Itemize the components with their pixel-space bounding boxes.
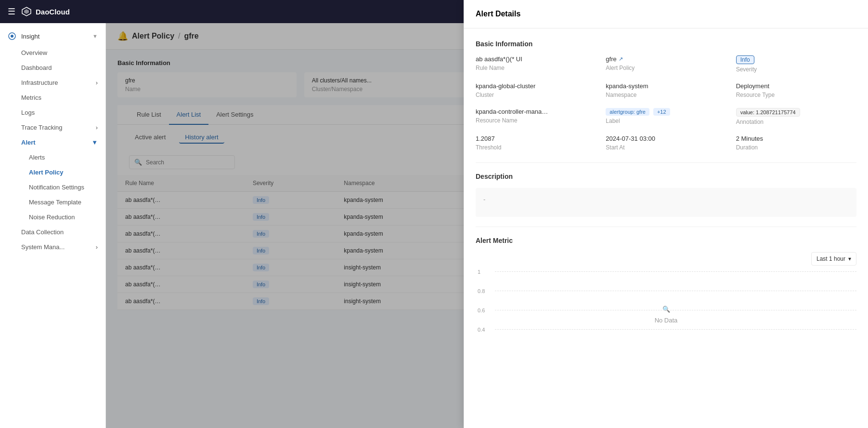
resource-name-value: kpanda-controller-mana… xyxy=(476,108,596,115)
detail-start-at: 2024-07-31 03:00 Start At xyxy=(606,135,726,151)
grid-line-4: 0.4 xyxy=(495,329,856,330)
logo-icon xyxy=(21,6,32,17)
menu-icon[interactable]: ☰ xyxy=(8,6,15,17)
threshold-value: 1.2087 xyxy=(476,135,596,142)
annotation-badge: value: 1.208721175774 xyxy=(736,108,800,117)
threshold-label: Threshold xyxy=(476,144,596,151)
sidebar-item-alerts[interactable]: Alerts xyxy=(29,150,105,165)
divider-1 xyxy=(476,162,856,163)
rule-name-label: Rule Name xyxy=(476,65,596,71)
logo: DaoCloud xyxy=(21,6,70,17)
basic-info-section-title: Basic Information xyxy=(476,40,856,48)
detail-annotation: value: 1.208721175774 Annotation xyxy=(736,108,856,125)
grid-line-2: 0.8 xyxy=(495,291,856,291)
severity-label: Severity xyxy=(736,66,856,73)
description-title: Description xyxy=(476,173,856,180)
metric-chart: 1 0.8 0.6 0.4 🔍 No Data xyxy=(476,271,856,358)
description-box: - xyxy=(476,188,856,217)
sidebar-metrics-label: Metrics xyxy=(21,94,41,101)
side-panel: Alert Details Basic Information ab aasdf… xyxy=(464,0,868,428)
annotation-label: Annotation xyxy=(736,119,856,125)
y-label-3: 0.6 xyxy=(478,308,485,313)
sidebar-overview-label: Overview xyxy=(21,49,47,56)
sidebar-item-metrics[interactable]: Metrics xyxy=(21,90,105,105)
detail-namespace: kpanda-system Namespace xyxy=(606,82,726,98)
chevron-down-icon2: ▼ xyxy=(91,139,98,146)
detail-label: alertgroup: gfre +12 Label xyxy=(606,108,726,125)
time-range-label: Last 1 hour xyxy=(816,255,845,262)
divider-2 xyxy=(476,227,856,227)
sidebar-system-label: System Mana... xyxy=(21,243,65,251)
metric-section: Last 1 hour ▾ 1 0.8 0.6 xyxy=(476,252,856,358)
chevron-down-icon3: ▾ xyxy=(848,255,851,262)
sidebar-item-system[interactable]: System Mana... › xyxy=(21,240,105,254)
detail-severity: Info Severity xyxy=(736,55,856,73)
sidebar-item-noise-reduction[interactable]: Noise Reduction xyxy=(29,210,105,225)
resource-type-label: Resource Type xyxy=(736,92,856,98)
chevron-right-icon3: › xyxy=(96,243,98,251)
chart-grid: 1 0.8 0.6 0.4 xyxy=(495,271,856,348)
sidebar: Insight ▼ Overview Dashboard Infrastruct… xyxy=(0,23,106,428)
start-at-label: Start At xyxy=(606,144,726,151)
sidebar-item-logs[interactable]: Logs xyxy=(21,105,105,120)
chevron-right-icon2: › xyxy=(96,124,98,131)
notification-label: Notification Settings xyxy=(29,184,84,191)
y-label-1: 1 xyxy=(478,269,480,275)
sidebar-data-label: Data Collection xyxy=(21,228,64,236)
message-template-label: Message Template xyxy=(29,199,81,206)
sidebar-item-overview[interactable]: Overview xyxy=(21,45,105,60)
resource-type-value: Deployment xyxy=(736,82,856,90)
sidebar-item-label: Insight xyxy=(21,33,39,40)
metric-title: Alert Metric xyxy=(476,237,856,244)
detail-resource-type: Deployment Resource Type xyxy=(736,82,856,98)
policy-name: gfre xyxy=(606,55,616,63)
label-extra: +12 xyxy=(653,108,670,116)
annotation-value: value: 1.208721175774 xyxy=(736,108,856,117)
time-range-select[interactable]: Last 1 hour ▾ xyxy=(811,252,856,266)
detail-duration: 2 Minutes Duration xyxy=(736,135,856,151)
sidebar-item-data-collection[interactable]: Data Collection xyxy=(21,225,105,240)
y-label-2: 0.8 xyxy=(478,288,485,294)
insight-icon xyxy=(8,32,16,40)
metric-header: Last 1 hour ▾ xyxy=(476,252,856,266)
sidebar-section-main: Insight ▼ Overview Dashboard Infrastruct… xyxy=(0,23,105,258)
rule-name-value: ab aasdfa*()(* UI xyxy=(476,55,596,63)
alert-sub-section: Alerts Alert Policy Notification Setting… xyxy=(21,150,105,225)
sidebar-item-alert[interactable]: Alert ▼ xyxy=(21,135,105,150)
label-badge: alertgroup: gfre xyxy=(606,108,649,116)
namespace-value: kpanda-system xyxy=(606,82,726,90)
sidebar-logs-label: Logs xyxy=(21,109,35,116)
overlay-background xyxy=(106,23,464,428)
detail-rule-name: ab aasdfa*()(* UI Rule Name xyxy=(476,55,596,73)
severity-value: Info xyxy=(736,55,856,64)
detail-grid: ab aasdfa*()(* UI Rule Name gfre ↗ Alert… xyxy=(476,55,856,151)
description-value: - xyxy=(483,196,485,203)
y-label-4: 0.4 xyxy=(478,327,485,333)
logo-text: DaoCloud xyxy=(36,8,70,16)
sidebar-item-notification[interactable]: Notification Settings xyxy=(29,180,105,195)
sidebar-alert-label: Alert xyxy=(21,139,36,146)
duration-label: Duration xyxy=(736,144,856,151)
grid-line-1: 1 xyxy=(495,271,856,272)
svg-marker-1 xyxy=(24,9,29,14)
start-at-value: 2024-07-31 03:00 xyxy=(606,135,726,142)
label-value: alertgroup: gfre +12 xyxy=(606,108,726,116)
detail-threshold: 1.2087 Threshold xyxy=(476,135,596,151)
sidebar-item-infrastructure[interactable]: Infrastructure › xyxy=(21,75,105,90)
sidebar-item-insight[interactable]: Insight ▼ xyxy=(0,27,105,45)
cluster-detail-label: Cluster xyxy=(476,92,596,98)
sidebar-insight-sub: Overview Dashboard Infrastructure › Metr… xyxy=(0,45,105,254)
detail-alert-policy: gfre ↗ Alert Policy xyxy=(606,55,726,73)
grid-line-3: 0.6 xyxy=(495,310,856,310)
severity-badge: Info xyxy=(736,55,754,64)
sidebar-item-alert-policy[interactable]: Alert Policy xyxy=(29,165,105,180)
svg-point-3 xyxy=(11,35,13,38)
panel-title: Alert Details xyxy=(476,10,520,18)
detail-resource-name: kpanda-controller-mana… Resource Name xyxy=(476,108,596,125)
sidebar-item-message-template[interactable]: Message Template xyxy=(29,195,105,210)
sidebar-item-dashboard[interactable]: Dashboard xyxy=(21,60,105,75)
label-field-label: Label xyxy=(606,118,726,124)
panel-body: Basic Information ab aasdfa*()(* UI Rule… xyxy=(464,28,868,370)
external-link-icon[interactable]: ↗ xyxy=(619,56,623,62)
sidebar-item-trace[interactable]: Trace Tracking › xyxy=(21,120,105,135)
